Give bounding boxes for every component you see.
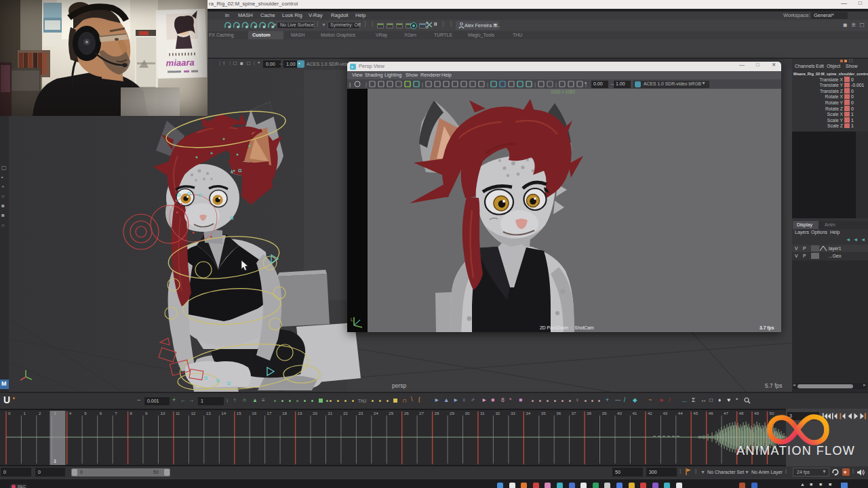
svg-text:27: 27 (419, 411, 424, 415)
svg-text:19: 19 (298, 411, 302, 415)
svg-text:35: 35 (541, 411, 546, 415)
svg-text:41: 41 (632, 411, 637, 415)
svg-text:44: 44 (678, 411, 683, 415)
svg-text:14: 14 (221, 411, 226, 415)
svg-text:23: 23 (358, 411, 363, 415)
svg-text:40: 40 (617, 411, 622, 415)
svg-text:2: 2 (39, 411, 41, 415)
svg-text:persp: persp (392, 382, 407, 389)
svg-text:|: | (349, 81, 351, 87)
svg-text:18: 18 (282, 411, 287, 415)
svg-text:43: 43 (663, 411, 667, 415)
svg-text:21: 21 (328, 411, 332, 415)
svg-text:0: 0 (8, 411, 11, 415)
svg-text:11: 11 (176, 411, 180, 415)
svg-text:|: | (366, 81, 367, 87)
svg-text:|: | (555, 81, 557, 87)
svg-text:13: 13 (206, 411, 211, 415)
svg-text:47: 47 (724, 411, 728, 415)
svg-text:5.7 fps: 5.7 fps (765, 382, 783, 389)
svg-text:30: 30 (465, 411, 470, 415)
svg-text:22: 22 (343, 411, 348, 415)
svg-text:36: 36 (556, 411, 561, 415)
svg-text:17: 17 (267, 411, 272, 415)
svg-text:|: | (487, 81, 488, 87)
svg-text:16: 16 (252, 411, 256, 415)
svg-text:7: 7 (115, 411, 117, 415)
svg-text:33: 33 (511, 411, 515, 415)
svg-text:L: L (351, 317, 353, 322)
svg-text:5: 5 (84, 411, 87, 415)
svg-text:9: 9 (145, 411, 148, 415)
svg-text:38: 38 (587, 411, 591, 415)
svg-text:25: 25 (389, 411, 393, 415)
svg-text:31: 31 (480, 411, 485, 415)
svg-text:46: 46 (709, 411, 713, 415)
svg-text:1: 1 (24, 411, 26, 415)
svg-text:15: 15 (237, 411, 241, 415)
svg-text:10: 10 (161, 411, 165, 415)
svg-text:|: | (534, 81, 536, 87)
svg-text:42: 42 (648, 411, 652, 415)
svg-text:24: 24 (374, 411, 378, 415)
svg-text:29: 29 (450, 411, 454, 415)
svg-text:20: 20 (313, 411, 317, 415)
svg-text:ANIMATION FLOW: ANIMATION FLOW (736, 444, 855, 458)
svg-text:26: 26 (404, 411, 409, 415)
svg-text:|: | (422, 81, 423, 87)
svg-text:39: 39 (602, 411, 607, 415)
svg-text:8: 8 (130, 411, 133, 415)
svg-text:6: 6 (100, 411, 102, 415)
svg-text:28: 28 (435, 411, 439, 415)
svg-text:3: 3 (54, 459, 56, 464)
svg-text:12: 12 (191, 411, 195, 415)
svg-text:3: 3 (54, 411, 56, 415)
svg-text:37: 37 (572, 411, 576, 415)
svg-text:4: 4 (69, 411, 72, 415)
svg-text:34: 34 (526, 411, 530, 415)
svg-text:45: 45 (693, 411, 698, 415)
svg-text:32: 32 (495, 411, 500, 415)
